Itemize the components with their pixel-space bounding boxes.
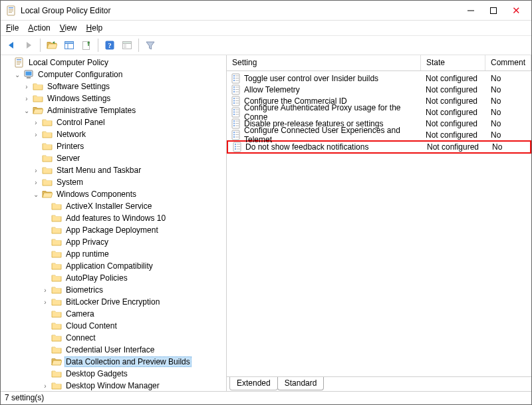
tab-standard[interactable]: Standard: [277, 377, 325, 390]
tree-app-compat[interactable]: Application Compatibility: [3, 260, 226, 272]
tree-connect[interactable]: Connect: [3, 332, 226, 344]
tree-add-features[interactable]: Add features to Windows 10: [3, 212, 226, 224]
tree-windows-settings[interactable]: ›Windows Settings: [3, 92, 226, 104]
tree-cred-ui[interactable]: Credential User Interface: [3, 344, 226, 356]
gpedit-icon: [6, 5, 17, 16]
minimize-button[interactable]: [460, 7, 482, 14]
setting-state: Not configured: [423, 85, 488, 94]
svg-rect-24: [123, 42, 132, 44]
tree-system[interactable]: ›System: [3, 176, 226, 188]
chevron-right-icon[interactable]: ›: [41, 299, 50, 306]
setting-comment: No: [488, 119, 531, 128]
setting-state: Not configured: [423, 130, 488, 140]
column-state[interactable]: State: [421, 55, 485, 70]
setting-comment: No: [489, 142, 530, 152]
tree-windows-components[interactable]: ⌄Windows Components: [3, 188, 226, 200]
toolbar: ?: [1, 35, 531, 55]
chevron-right-icon[interactable]: ›: [41, 287, 50, 294]
setting-state: Not configured: [423, 74, 488, 83]
setting-state: Not configured: [423, 119, 488, 128]
setting-name: Allow Telemetry: [244, 85, 300, 94]
properties-button[interactable]: [119, 37, 135, 53]
setting-icon: [231, 73, 241, 84]
tree-root[interactable]: Local Computer Policy: [3, 57, 226, 68]
settings-pane: Setting State Comment Toggle user contro…: [227, 55, 531, 391]
tree-desktop-wm[interactable]: ›Desktop Window Manager: [3, 380, 226, 391]
settings-list[interactable]: Toggle user control over Insider buildsN…: [227, 71, 531, 376]
setting-row[interactable]: Allow TelemetryNot configuredNo: [227, 84, 531, 95]
setting-state: Not configured: [423, 108, 488, 117]
chevron-right-icon[interactable]: ›: [41, 382, 50, 390]
tree-activex[interactable]: ActiveX Installer Service: [3, 200, 226, 212]
setting-row[interactable]: Configure Connected User Experiences and…: [227, 129, 531, 140]
status-text: 7 setting(s): [5, 393, 44, 402]
svg-rect-27: [124, 47, 126, 48]
svg-rect-26: [124, 46, 126, 47]
setting-icon: [231, 84, 241, 95]
setting-icon: [232, 142, 243, 152]
tab-extended[interactable]: Extended: [229, 377, 278, 390]
window-title: Local Group Policy Editor: [21, 6, 460, 15]
svg-rect-25: [124, 45, 126, 45]
column-comment[interactable]: Comment: [485, 55, 531, 70]
tree-data-collection[interactable]: Data Collection and Preview Builds: [3, 356, 226, 368]
setting-row[interactable]: Configure Authenticated Proxy usage for …: [227, 106, 531, 118]
tree-biometrics[interactable]: ›Biometrics: [3, 284, 226, 296]
tree-pane: Local Computer Policy ⌄Computer Configur…: [1, 55, 227, 391]
close-button[interactable]: ✕: [505, 5, 527, 17]
chevron-down-icon[interactable]: ⌄: [13, 71, 22, 78]
maximize-button[interactable]: [482, 7, 505, 14]
setting-row[interactable]: Toggle user control over Insider buildsN…: [227, 72, 531, 84]
chevron-down-icon[interactable]: ⌄: [22, 107, 31, 114]
menu-help[interactable]: Help: [86, 23, 103, 33]
tree-computer-config[interactable]: ⌄Computer Configuration: [3, 68, 226, 80]
tree-network[interactable]: ›Network: [3, 128, 226, 140]
up-button[interactable]: [44, 37, 60, 53]
tree-scroll[interactable]: Local Computer Policy ⌄Computer Configur…: [1, 55, 226, 391]
setting-row[interactable]: Do not show feedback notificationsNot co…: [227, 140, 531, 154]
setting-comment: No: [488, 96, 531, 106]
setting-comment: No: [488, 74, 531, 83]
help-button[interactable]: ?: [102, 37, 118, 53]
show-hide-tree-button[interactable]: [61, 37, 77, 53]
svg-rect-15: [467, 10, 474, 11]
tree-printers[interactable]: Printers: [3, 140, 226, 152]
chevron-right-icon[interactable]: ›: [31, 179, 41, 186]
chevron-right-icon[interactable]: ›: [22, 95, 31, 102]
tree-app-privacy[interactable]: App Privacy: [3, 236, 226, 248]
back-button[interactable]: [3, 37, 19, 53]
tree-desktop-gadgets[interactable]: Desktop Gadgets: [3, 368, 226, 380]
tree-bitlocker[interactable]: ›BitLocker Drive Encryption: [3, 296, 226, 308]
menu-file[interactable]: File: [6, 23, 19, 33]
tree-server[interactable]: Server: [3, 152, 226, 164]
tree-cloud-content[interactable]: Cloud Content: [3, 320, 226, 332]
chevron-right-icon[interactable]: ›: [31, 131, 41, 138]
export-button[interactable]: [78, 37, 94, 53]
tree-admin-templates[interactable]: ⌄Administrative Templates: [3, 104, 226, 116]
tree-software-settings[interactable]: ›Software Settings: [3, 80, 226, 92]
statusbar: 7 setting(s): [1, 391, 531, 404]
chevron-right-icon[interactable]: ›: [31, 119, 41, 126]
column-setting[interactable]: Setting: [227, 55, 421, 70]
setting-state: Not configured: [424, 142, 489, 152]
tree-start-menu[interactable]: ›Start Menu and Taskbar: [3, 164, 226, 176]
column-headers: Setting State Comment: [227, 55, 531, 71]
tree-camera[interactable]: Camera: [3, 308, 226, 320]
menu-view[interactable]: View: [60, 23, 77, 33]
tree-control-panel[interactable]: ›Control Panel: [3, 116, 226, 128]
setting-name: Toggle user control over Insider builds: [244, 74, 378, 83]
gpedit-icon: [14, 57, 25, 68]
tree-app-runtime[interactable]: App runtime: [3, 248, 226, 260]
menu-action[interactable]: Action: [28, 23, 50, 33]
chevron-right-icon[interactable]: ›: [22, 83, 31, 90]
svg-text:?: ?: [108, 41, 112, 49]
tree-autoplay[interactable]: AutoPlay Policies: [3, 272, 226, 284]
chevron-down-icon[interactable]: ⌄: [31, 191, 41, 198]
setting-icon: [231, 107, 241, 118]
filter-button[interactable]: [142, 37, 158, 53]
tree-app-package[interactable]: App Package Deployment: [3, 224, 226, 236]
forward-button[interactable]: [21, 37, 37, 53]
svg-rect-16: [491, 7, 497, 13]
setting-icon: [231, 130, 241, 140]
chevron-right-icon[interactable]: ›: [31, 167, 41, 174]
